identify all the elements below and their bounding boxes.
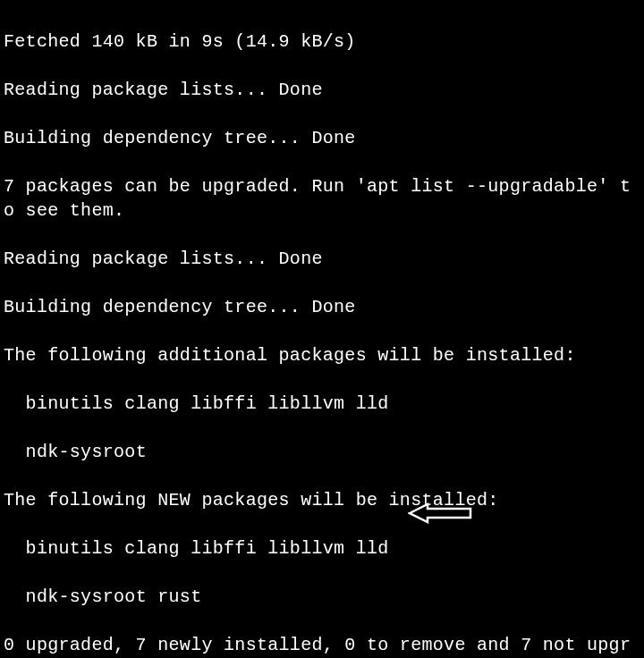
additional-packages-list-2: ndk-sysroot <box>4 440 640 464</box>
fetch-status-line: Fetched 140 kB in 9s (14.9 kB/s) <box>4 30 640 54</box>
additional-packages-list-1: binutils clang libffi libllvm lld <box>4 392 640 416</box>
reading-lists-line-2: Reading package lists... Done <box>4 247 640 271</box>
building-tree-line-2: Building dependency tree... Done <box>4 295 640 319</box>
building-tree-line: Building dependency tree... Done <box>4 126 640 150</box>
terminal-output[interactable]: Fetched 140 kB in 9s (14.9 kB/s) Reading… <box>4 5 640 658</box>
upgrade-summary-line: 0 upgraded, 7 newly installed, 0 to remo… <box>4 633 640 658</box>
new-packages-header: The following NEW packages will be insta… <box>4 488 640 512</box>
new-packages-list-1: binutils clang libffi libllvm lld <box>4 536 640 561</box>
additional-packages-header: The following additional packages will b… <box>4 343 640 367</box>
new-packages-list-2: ndk-sysroot rust <box>4 585 640 609</box>
reading-lists-line: Reading package lists... Done <box>4 78 640 102</box>
upgradable-info-line: 7 packages can be upgraded. Run 'apt lis… <box>4 174 640 223</box>
